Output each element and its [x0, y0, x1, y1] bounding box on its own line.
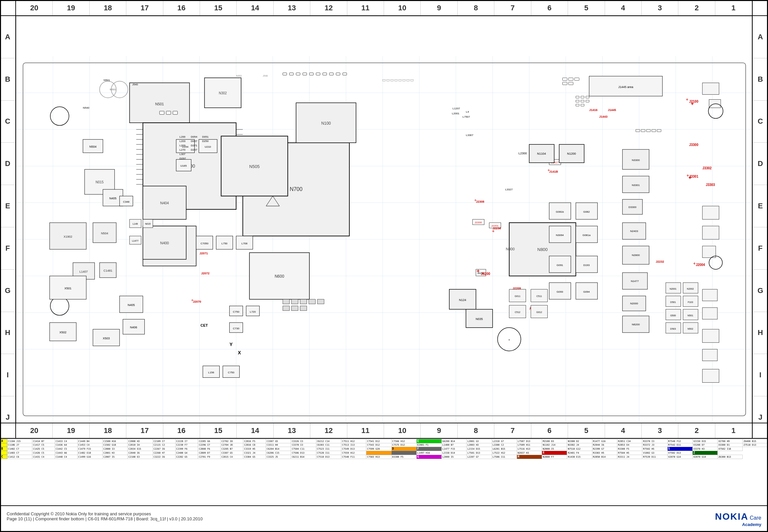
table-row: A C1104 J15 C1414 B7 C1433 C4 C1449 B4 C… [0, 439, 768, 443]
svg-text:L200: L200 [180, 135, 186, 138]
svg-text:N2403: N2403 [630, 230, 638, 233]
svg-rect-141 [702, 349, 717, 361]
svg-rect-65 [489, 223, 501, 228]
svg-rect-113 [581, 100, 584, 102]
svg-text:J1417: J1417 [551, 161, 559, 164]
svg-text:X502: X502 [59, 331, 66, 334]
svg-text:N501: N501 [165, 245, 174, 249]
row-i-label-right: I [753, 354, 768, 396]
footer-col-18: 18 [90, 423, 126, 438]
svg-rect-135 [702, 206, 719, 219]
svg-rect-269 [531, 289, 548, 302]
svg-text:D257: D257 [191, 148, 198, 151]
svg-rect-67 [473, 219, 484, 225]
svg-text:N3301: N3301 [632, 184, 640, 187]
row-d-label-left: D [0, 143, 15, 185]
svg-text:G081a: G081a [582, 234, 591, 237]
svg-rect-175 [93, 329, 120, 346]
svg-rect-121 [622, 246, 649, 264]
row-a-label-left: A [0, 16, 15, 58]
svg-text:L2300: L2300 [519, 152, 527, 155]
date-info: 20.10.2010 [181, 516, 203, 521]
row-f-label-left: F [0, 227, 15, 270]
svg-text:D250: D250 [202, 140, 209, 143]
row-c-label-right: C [753, 101, 768, 143]
svg-point-155 [100, 81, 116, 98]
svg-text:J3300: J3300 [689, 143, 698, 147]
svg-text:G094: G094 [583, 290, 590, 293]
svg-text:J2236: J2236 [493, 227, 501, 230]
svg-rect-290 [683, 296, 698, 307]
svg-text:J540: J540 [132, 83, 138, 86]
svg-text:J540: J540 [263, 75, 268, 77]
svg-text:J2200: J2200 [475, 221, 482, 224]
svg-point-150 [50, 297, 69, 315]
svg-text:J2100: J2100 [689, 100, 698, 103]
svg-rect-205 [196, 236, 213, 249]
svg-rect-219 [160, 111, 164, 114]
svg-text:J2308: J2308 [476, 200, 484, 203]
svg-text:N800: N800 [537, 247, 548, 252]
svg-rect-107 [336, 73, 340, 75]
svg-rect-63 [476, 269, 486, 276]
svg-rect-142 [702, 369, 719, 383]
svg-rect-102 [303, 73, 307, 75]
svg-point-156 [111, 81, 128, 98]
svg-text:G093: G093 [557, 290, 563, 293]
svg-rect-110 [581, 96, 584, 98]
row-g-label-right: G [753, 270, 768, 312]
svg-text:J2311: J2311 [529, 307, 538, 310]
svg-text:N505: N505 [249, 164, 260, 169]
svg-rect-197 [176, 139, 195, 153]
svg-text:X501: X501 [64, 287, 71, 290]
svg-rect-323 [411, 79, 413, 81]
svg-text:J1445 area: J1445 area [618, 85, 633, 89]
svg-text:+: + [508, 338, 510, 342]
svg-rect-322 [407, 79, 409, 81]
svg-text:N035: N035 [476, 317, 483, 321]
svg-text:D193: D193 [583, 264, 590, 267]
row-h-label-right: H [753, 312, 768, 354]
svg-rect-161 [93, 223, 116, 243]
row-e-label-right: E [753, 185, 768, 227]
svg-rect-111 [586, 96, 589, 98]
svg-text:Y: Y [229, 342, 233, 347]
svg-text:J6200: J6200 [481, 272, 490, 276]
svg-text:J2209: J2209 [513, 287, 521, 290]
svg-text:N501: N501 [110, 88, 116, 91]
svg-rect-134 [709, 99, 721, 108]
svg-text:N501: N501 [155, 102, 164, 106]
svg-text:X: X [238, 350, 241, 355]
svg-rect-317 [387, 79, 389, 81]
svg-rect-276 [466, 309, 493, 328]
svg-point-151 [498, 328, 521, 351]
svg-text:D3300: D3300 [629, 206, 637, 209]
svg-rect-207 [216, 236, 233, 249]
svg-rect-120 [622, 223, 646, 239]
svg-text:X1902: X1902 [64, 235, 72, 238]
svg-rect-285 [300, 306, 307, 311]
svg-rect-108 [343, 73, 347, 75]
svg-rect-230 [203, 366, 219, 378]
svg-text:D297: D297 [180, 157, 186, 160]
svg-rect-270 [509, 305, 526, 318]
svg-text:+: + [693, 261, 696, 266]
svg-text:L156: L156 [208, 371, 214, 374]
svg-text:J141B: J141B [549, 170, 558, 173]
svg-text:L203: L203 [180, 144, 186, 147]
svg-rect-308 [559, 144, 584, 163]
svg-rect-187 [221, 136, 288, 196]
nokia-academy-text: Academy [715, 522, 761, 527]
svg-rect-180 [563, 82, 567, 85]
svg-text:G500: G500 [670, 314, 676, 317]
footer-col-9: 9 [421, 423, 457, 438]
svg-text:L7507: L7507 [463, 115, 470, 118]
svg-text:J2210: J2210 [513, 292, 521, 295]
table-row: C C1412 C6 C1431 C4 C1448 C4 C1499 G16 C… [0, 455, 768, 459]
svg-text:X503: X503 [103, 337, 110, 340]
svg-text:D271: D271 [191, 144, 198, 147]
svg-text:L708: L708 [241, 242, 247, 245]
svg-rect-59 [249, 253, 309, 299]
svg-text:N100: N100 [321, 121, 331, 126]
svg-text:L270: L270 [180, 148, 186, 151]
